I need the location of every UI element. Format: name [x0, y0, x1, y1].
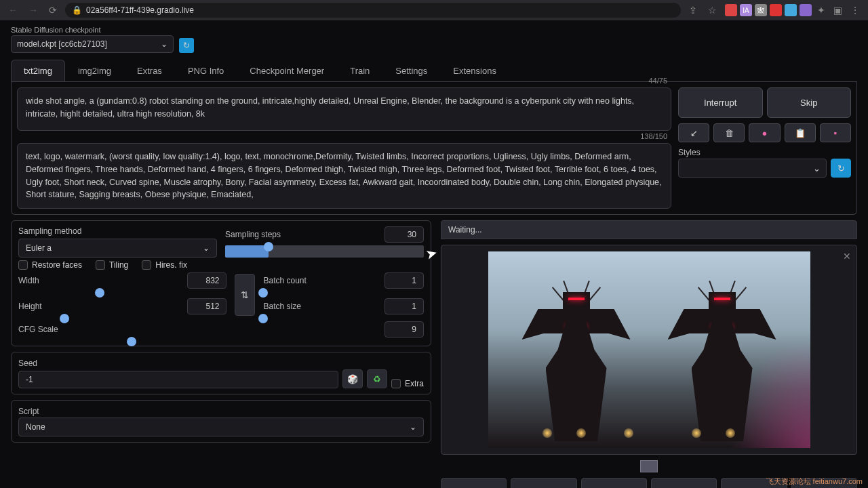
- styles-select[interactable]: ⌄: [678, 159, 827, 178]
- browser-chrome: ← → ⟳ 🔒 02a56ff4-71ff-439e.gradio.live ⇪…: [0, 0, 868, 20]
- star-icon[interactable]: ☆: [705, 5, 719, 16]
- sampling-method-label: Sampling method: [18, 226, 217, 236]
- chevron-down-icon: ⌄: [410, 422, 416, 432]
- ext-icon-5[interactable]: [785, 4, 797, 16]
- checkpoint-value: model.ckpt [cc6cb27103]: [17, 39, 107, 49]
- panel-icon[interactable]: ▣: [831, 5, 845, 16]
- script-select[interactable]: None ⌄: [18, 418, 424, 436]
- batch-count-value[interactable]: 1: [384, 272, 424, 289]
- height-value[interactable]: 512: [187, 298, 226, 314]
- negative-prompt-input[interactable]: text, logo, watermark, (worst quality, l…: [17, 143, 671, 209]
- menu-icon[interactable]: ⋮: [848, 5, 863, 16]
- refresh-checkpoint-button[interactable]: ↻: [179, 38, 194, 53]
- cfg-value[interactable]: 9: [384, 321, 424, 338]
- height-label: Height: [18, 302, 42, 311]
- hires-fix-checkbox[interactable]: Hires. fix: [142, 260, 187, 270]
- chevron-down-icon: ⌄: [161, 39, 167, 49]
- style-create-button[interactable]: ●: [749, 123, 780, 142]
- url-bar[interactable]: 🔒 02a56ff4-71ff-439e.gradio.live: [65, 3, 681, 18]
- output-image-area: ✕: [441, 245, 857, 455]
- batch-size-value[interactable]: 1: [384, 298, 424, 314]
- tab-extras[interactable]: Extras: [124, 60, 175, 81]
- styles-label: Styles: [678, 148, 827, 157]
- restore-faces-checkbox[interactable]: Restore faces: [18, 260, 82, 270]
- script-value: None: [26, 422, 45, 432]
- zip-button[interactable]: Zip: [581, 478, 647, 488]
- extra-button[interactable]: ▪: [820, 123, 851, 142]
- tabs: txt2img img2img Extras PNG Info Checkpoi…: [11, 60, 857, 82]
- chevron-down-icon: ⌄: [813, 163, 821, 174]
- generated-image[interactable]: [488, 251, 810, 448]
- style-apply-button[interactable]: 📋: [785, 123, 816, 142]
- tab-settings[interactable]: Settings: [382, 60, 440, 81]
- batch-size-label: Batch size: [263, 302, 300, 311]
- random-seed-button[interactable]: 🎲: [342, 369, 363, 388]
- close-icon[interactable]: ✕: [843, 251, 851, 262]
- chevron-down-icon: ⌄: [203, 243, 210, 253]
- sampling-steps-slider[interactable]: [225, 245, 424, 258]
- ext-icon-1[interactable]: [725, 4, 737, 16]
- apply-style-button[interactable]: ↻: [831, 159, 851, 178]
- paste-button[interactable]: ↙: [678, 123, 709, 142]
- extra-seed-checkbox[interactable]: Extra: [391, 379, 424, 388]
- sampling-method-value: Euler a: [26, 243, 52, 253]
- tab-img2img[interactable]: img2img: [65, 60, 124, 81]
- seed-input[interactable]: -1: [18, 371, 338, 388]
- share-icon[interactable]: ⇪: [686, 5, 700, 16]
- back-button[interactable]: ←: [5, 5, 20, 16]
- send-to-img2img-button[interactable]: Send to img2img: [651, 478, 717, 488]
- extension-icons: IA 🕸 ✦ ▣ ⋮: [725, 4, 863, 16]
- script-label: Script: [18, 407, 39, 416]
- ext-icon-2[interactable]: IA: [740, 4, 752, 16]
- negative-token-count: 138/150: [640, 132, 667, 140]
- save-button[interactable]: Save: [511, 478, 576, 488]
- seed-label: Seed: [18, 359, 37, 368]
- clear-button[interactable]: 🗑: [713, 123, 745, 142]
- checkpoint-select[interactable]: model.ckpt [cc6cb27103] ⌄: [11, 35, 174, 53]
- lock-icon: 🔒: [72, 5, 82, 15]
- extensions-icon[interactable]: ✦: [814, 5, 828, 16]
- tab-checkpoint-merger[interactable]: Checkpoint Merger: [237, 60, 337, 81]
- reload-button[interactable]: ⟳: [46, 5, 60, 16]
- tab-train[interactable]: Train: [337, 60, 382, 81]
- width-label: Width: [18, 276, 39, 285]
- prompt-input[interactable]: wide shot angle, a (gundam:0.8) robot st…: [17, 87, 671, 131]
- sampling-steps-value[interactable]: 30: [384, 226, 424, 243]
- interrupt-button[interactable]: Interrupt: [678, 87, 763, 118]
- status-bar: Waiting...: [441, 220, 857, 239]
- reuse-seed-button[interactable]: ♻: [367, 369, 387, 388]
- sampling-steps-label: Sampling steps: [225, 230, 281, 239]
- forward-button[interactable]: →: [26, 5, 41, 16]
- width-value[interactable]: 832: [187, 272, 226, 289]
- tab-extensions[interactable]: Extensions: [440, 60, 509, 81]
- watermark: 飞天资源论坛 feitianwu7.com: [766, 476, 863, 487]
- ext-icon-4[interactable]: [770, 4, 782, 16]
- tiling-checkbox[interactable]: Tiling: [96, 260, 128, 270]
- skip-button[interactable]: Skip: [767, 87, 852, 118]
- checkpoint-label: Stable Diffusion checkpoint: [11, 26, 174, 34]
- thumbnail[interactable]: [640, 460, 658, 472]
- swap-dimensions-button[interactable]: ⇅: [235, 274, 255, 316]
- ext-icon-3[interactable]: 🕸: [755, 4, 767, 16]
- batch-count-label: Batch count: [263, 276, 306, 285]
- tab-txt2img[interactable]: txt2img: [11, 60, 65, 81]
- cfg-label: CFG Scale: [18, 325, 58, 334]
- sampling-method-select[interactable]: Euler a ⌄: [18, 239, 217, 258]
- ext-icon-6[interactable]: [800, 4, 812, 16]
- url-text: 02a56ff4-71ff-439e.gradio.live: [86, 5, 194, 15]
- prompt-token-count: 44/75: [648, 77, 667, 85]
- open-folder-button[interactable]: 📁: [441, 478, 507, 488]
- tab-png-info[interactable]: PNG Info: [175, 60, 237, 81]
